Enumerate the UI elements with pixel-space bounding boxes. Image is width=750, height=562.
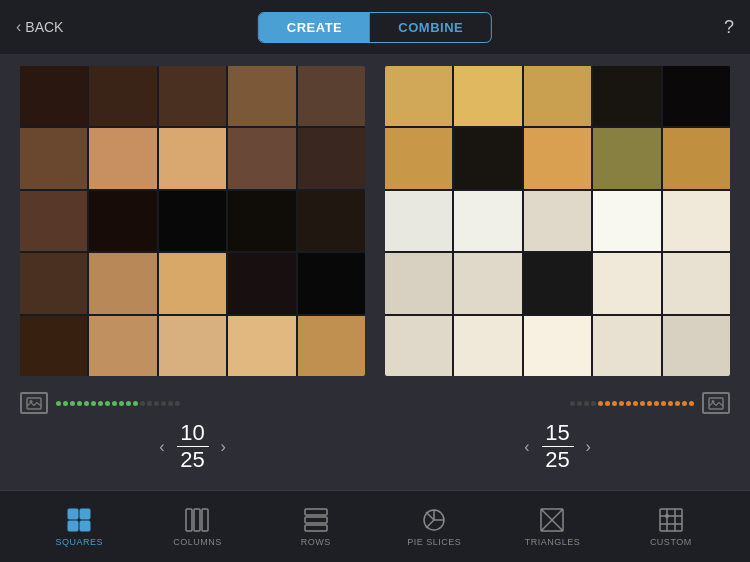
right-number-control: ‹ 15 25 › xyxy=(524,422,591,471)
left-image-icon[interactable] xyxy=(20,392,48,414)
right-panel-controls: ‹ 15 25 › xyxy=(385,384,730,471)
left-num-bottom: 25 xyxy=(180,449,204,471)
rows-icon xyxy=(302,506,330,534)
right-num-bottom: 25 xyxy=(545,449,569,471)
left-top-prev[interactable]: ‹ xyxy=(159,438,164,456)
tab-group: CREATE COMBINE xyxy=(258,12,492,43)
custom-icon xyxy=(657,506,685,534)
tool-rows[interactable]: ROWS xyxy=(286,506,346,547)
left-panel-controls: ‹ 10 25 › xyxy=(20,384,365,471)
svg-rect-10 xyxy=(202,509,208,531)
back-label: BACK xyxy=(25,19,63,35)
svg-rect-8 xyxy=(186,509,192,531)
triangles-label: TRIANGLES xyxy=(525,537,581,547)
right-top-prev[interactable]: ‹ xyxy=(524,438,529,456)
triangles-icon xyxy=(538,506,566,534)
right-num-display: 15 25 xyxy=(538,422,578,471)
rows-label: ROWS xyxy=(301,537,331,547)
back-button[interactable]: ‹ BACK xyxy=(16,18,63,36)
svg-rect-11 xyxy=(305,509,327,515)
main-content: ‹ 10 25 › xyxy=(0,54,750,490)
left-num-top: 10 xyxy=(180,422,204,444)
custom-label: CUSTOM xyxy=(650,537,692,547)
svg-rect-13 xyxy=(305,525,327,531)
tab-create[interactable]: CREATE xyxy=(259,13,370,42)
tool-columns[interactable]: COLUMNS xyxy=(167,506,227,547)
right-panel: ‹ 15 25 › xyxy=(385,66,730,471)
squares-icon xyxy=(65,506,93,534)
svg-line-17 xyxy=(426,512,434,520)
squares-label: SQUARES xyxy=(55,537,103,547)
left-panel: ‹ 10 25 › xyxy=(20,66,365,471)
header: ‹ BACK CREATE COMBINE ? xyxy=(0,0,750,54)
pie-icon xyxy=(420,506,448,534)
left-num-display: 10 25 xyxy=(173,422,213,471)
right-image-icon[interactable] xyxy=(702,392,730,414)
columns-icon xyxy=(183,506,211,534)
help-button[interactable]: ? xyxy=(724,17,734,38)
pie-slices-label: PIE SLICES xyxy=(407,537,461,547)
back-arrow-icon: ‹ xyxy=(16,18,21,36)
svg-rect-5 xyxy=(80,509,90,519)
right-top-next[interactable]: › xyxy=(586,438,591,456)
svg-rect-12 xyxy=(305,517,327,523)
tool-custom[interactable]: CUSTOM xyxy=(641,506,701,547)
svg-rect-4 xyxy=(68,509,78,519)
left-top-next[interactable]: › xyxy=(221,438,226,456)
svg-rect-22 xyxy=(660,509,682,531)
columns-label: COLUMNS xyxy=(173,537,222,547)
svg-rect-6 xyxy=(68,521,78,531)
tab-combine[interactable]: COMBINE xyxy=(370,13,491,42)
right-num-top: 15 xyxy=(545,422,569,444)
right-image-grid[interactable] xyxy=(385,66,730,376)
tool-pie-slices[interactable]: PIE SLICES xyxy=(404,506,464,547)
svg-rect-7 xyxy=(80,521,90,531)
svg-line-18 xyxy=(426,520,434,528)
bottom-toolbar: SQUARES COLUMNS ROWS xyxy=(0,490,750,562)
svg-rect-9 xyxy=(194,509,200,531)
tool-squares[interactable]: SQUARES xyxy=(49,506,109,547)
left-number-control: ‹ 10 25 › xyxy=(159,422,226,471)
svg-point-27 xyxy=(665,514,669,518)
tool-triangles[interactable]: TRIANGLES xyxy=(522,506,582,547)
left-image-grid[interactable] xyxy=(20,66,365,376)
